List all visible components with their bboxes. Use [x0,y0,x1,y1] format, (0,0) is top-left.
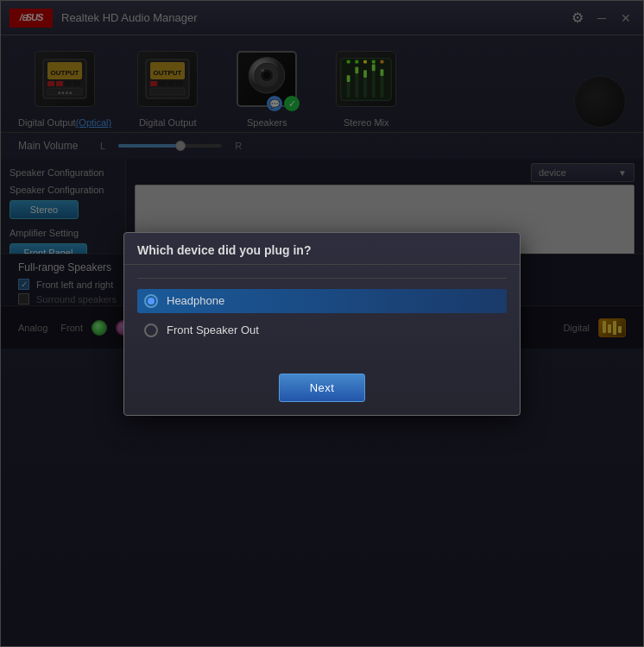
main-window: /ᗺSUS Realtek HD Audio Manager ⚙ ─ ✕ OUT… [0,0,644,647]
modal-body: Headphone Front Speaker Out [124,265,520,361]
modal-title: Which device did you plug in? [137,243,507,257]
headphone-label: Headphone [167,294,224,307]
next-button[interactable]: Next [279,374,366,402]
front-speaker-radio [144,324,158,337]
modal-header: Which device did you plug in? [124,233,520,265]
modal-footer: Next [124,361,520,415]
radio-selected-dot [148,298,155,305]
headphone-option[interactable]: Headphone [137,289,507,313]
modal-overlay: Which device did you plug in? Headphone … [1,1,643,646]
front-speaker-out-option[interactable]: Front Speaker Out [137,318,507,342]
front-speaker-label: Front Speaker Out [167,324,259,336]
headphone-radio [144,294,158,308]
modal-divider [137,278,507,279]
plugin-detection-modal: Which device did you plug in? Headphone … [123,232,521,416]
